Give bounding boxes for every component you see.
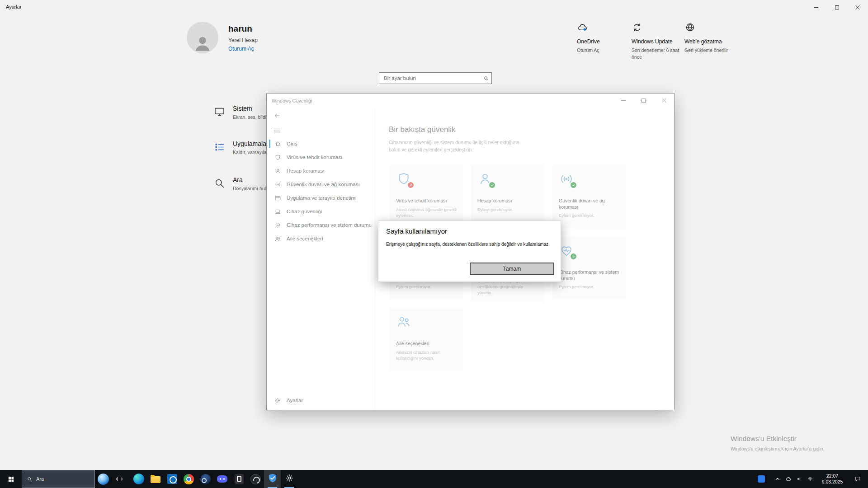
epic-games-icon [235,474,244,484]
taskbar-settings-icon[interactable] [281,470,297,488]
globe-icon [684,22,735,34]
tray-volume-icon[interactable] [794,470,805,488]
taskbar: 22:07 9.03.2025 [0,470,868,488]
maximize-button[interactable] [826,0,847,14]
steam-icon [200,474,211,484]
windows-logo-icon [8,476,14,483]
user-profile: harun Yerel Hesap Oturum Aç [187,22,258,53]
taskbar-outlook-icon[interactable] [164,470,180,488]
minimize-button[interactable] [806,0,826,14]
quick-status-onedrive[interactable]: OneDrive Oturum Aç [577,22,627,54]
profile-account-type: Yerel Hesap [228,37,258,43]
taskbar-windows-security-icon[interactable] [264,470,281,488]
clock-date: 9.03.2025 [817,479,847,485]
quick-status-windows-update[interactable]: Windows Update Son denetleme: 6 saat önc… [632,22,682,60]
taskbar-search-box[interactable] [22,470,95,488]
taskbar-discord-icon[interactable] [214,470,231,488]
onedrive-cloud-icon [577,22,627,34]
obs-icon [250,474,261,484]
gear-icon [284,473,294,485]
system-tray: 22:07 9.03.2025 [758,470,868,488]
settings-caption-buttons [806,0,868,14]
avatar[interactable] [187,22,218,53]
taskbar-steam-icon[interactable] [197,470,214,488]
search-icon [481,75,491,81]
dialog-message: Erişmeye çalıştığınız sayfa, desteklenen… [386,242,557,247]
activation-watermark: Windows'u Etkinleştir Windows'u etkinleş… [731,435,824,451]
notification-icon [854,475,861,483]
folder-icon [151,476,160,483]
apps-list-icon [213,141,226,153]
quick-status-name: OneDrive [577,38,627,45]
discord-icon [217,475,227,483]
task-view-button[interactable] [111,470,127,488]
clock-time: 22:07 [817,473,847,479]
watermark-line1: Windows'u Etkinleştir [731,435,824,443]
tray-onedrive-cloud-icon[interactable] [783,470,794,488]
quick-status-text: Geri yükleme önerilir [684,47,735,54]
quick-status-name: Web'e gözatma [684,38,735,45]
close-icon [855,5,860,10]
tray-blue-app-icon[interactable] [758,475,765,483]
settings-search-box[interactable] [379,72,492,84]
settings-search-input[interactable] [379,75,481,81]
page-unavailable-dialog: Sayfa kullanılamıyor Erişmeye çalıştığın… [378,221,561,282]
search-icon [213,177,226,189]
close-button[interactable] [847,0,868,14]
taskbar-edge-icon[interactable] [130,470,147,488]
desktop: Ayarlar harun Yerel Hesap Oturum Aç OneD… [0,0,868,488]
ok-button[interactable]: Tamam [470,263,554,275]
weather-orb-icon [98,474,109,485]
quick-status-name: Windows Update [632,38,682,45]
windows-security-window: Windows Güvenliği Giriş [266,93,675,410]
settings-window-title: Ayarlar [6,4,22,9]
taskbar-clock[interactable]: 22:07 9.03.2025 [817,473,847,485]
profile-name: harun [228,24,258,34]
edge-icon [133,474,144,484]
action-center-button[interactable] [849,470,866,488]
taskbar-file-explorer-icon[interactable] [147,470,164,488]
person-silhouette-icon [193,33,212,53]
profile-info: harun Yerel Hesap Oturum Aç [228,22,258,53]
quick-status-text: Son denetleme: 6 saat önce [632,47,682,60]
taskbar-obs-icon[interactable] [247,470,264,488]
sign-in-link[interactable]: Oturum Aç [228,46,258,52]
chrome-icon [184,474,194,484]
tray-network-icon[interactable] [805,470,816,488]
defender-shield-icon [267,473,278,485]
taskbar-epic-games-icon[interactable] [231,470,247,488]
maximize-icon [835,5,839,9]
quick-status-web-browsing[interactable]: Web'e gözatma Geri yükleme önerilir [684,22,735,54]
taskbar-apps [130,470,297,488]
start-button[interactable] [0,470,22,488]
dialog-title: Sayfa kullanılamıyor [386,227,447,235]
taskbar-chrome-icon[interactable] [180,470,197,488]
quick-status-text: Oturum Aç [577,47,627,54]
news-interests-button[interactable] [95,470,111,488]
task-view-icon [115,475,123,483]
outlook-icon [167,474,177,484]
watermark-line2: Windows'u etkinleştirmek için Ayarlar'a … [731,446,824,451]
taskbar-search-input[interactable] [36,476,94,482]
search-icon [27,476,33,482]
display-icon [213,106,226,118]
minimize-icon [814,7,818,8]
update-arrows-icon [632,22,682,34]
tray-chevron-up-icon[interactable] [772,470,783,488]
